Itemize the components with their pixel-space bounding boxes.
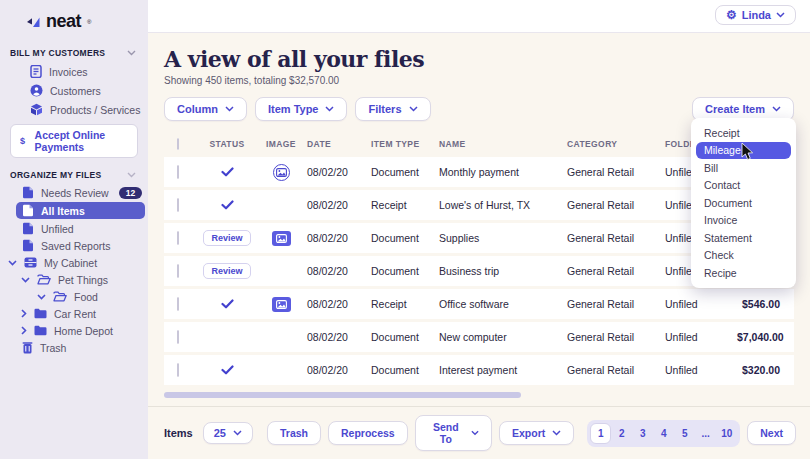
sidebar-item-unfiled[interactable]: Unfiled <box>0 220 148 237</box>
send-to-button[interactable]: Send To <box>415 415 492 451</box>
items-per-page-select[interactable]: 25 <box>203 422 253 444</box>
status-cell <box>199 200 255 210</box>
row-checkbox[interactable] <box>177 363 179 377</box>
section-title: BILL MY CUSTOMERS <box>10 48 105 58</box>
date-cell: 08/02/20 <box>307 199 371 211</box>
sidebar-item-trash[interactable]: Trash <box>0 339 148 356</box>
page-button-10[interactable]: 10 <box>716 423 737 444</box>
page-button-2[interactable]: 2 <box>611 423 632 444</box>
sidebar-item-saved-reports[interactable]: Saved Reports <box>0 237 148 254</box>
chevron-down-icon[interactable] <box>37 294 46 300</box>
chevron-down-icon <box>127 172 136 178</box>
sidebar-item-customers[interactable]: Customers <box>0 81 148 100</box>
dropdown-item-document[interactable]: Document <box>696 194 791 212</box>
trash-button[interactable]: Trash <box>267 421 321 445</box>
row-checkbox[interactable] <box>177 231 179 245</box>
sidebar-item-label: Pet Things <box>58 274 108 286</box>
user-menu-button[interactable]: ⚙ Linda <box>715 5 796 25</box>
row-checkbox[interactable] <box>177 264 179 278</box>
next-page-button[interactable]: Next <box>747 421 796 445</box>
dropdown-item-invoice[interactable]: Invoice <box>696 212 791 230</box>
sidebar-item-pet-things[interactable]: Pet Things <box>0 271 148 288</box>
chevron-down-icon[interactable] <box>21 277 30 283</box>
chevron-down-icon <box>471 430 479 436</box>
filters-button[interactable]: Filters <box>355 97 430 121</box>
table-row[interactable]: 08/02/20DocumentInterest paymentGeneral … <box>164 355 794 385</box>
reprocess-button[interactable]: Reprocess <box>328 421 408 445</box>
page-button-4[interactable]: 4 <box>653 423 674 444</box>
column-header-status[interactable]: STATUS <box>199 139 255 149</box>
pagination: 12345...10 <box>587 420 740 447</box>
sidebar-item-home-depot[interactable]: Home Depot <box>0 322 148 339</box>
neat-logo-icon <box>26 15 41 29</box>
amount-cell: $320.00 <box>737 364 794 376</box>
date-cell: 08/02/20 <box>307 166 371 178</box>
sidebar-item-invoices[interactable]: Invoices <box>0 62 148 81</box>
item-type-button[interactable]: Item Type <box>255 97 348 121</box>
page-button-5[interactable]: 5 <box>674 423 695 444</box>
dropdown-item-receipt[interactable]: Receipt <box>696 124 791 142</box>
create-item-dropdown-menu: ReceiptMileageBillContactDocumentInvoice… <box>691 118 796 288</box>
column-header-name[interactable]: NAME <box>439 139 567 149</box>
sidebar-item-my-cabinet[interactable]: My Cabinet <box>0 254 148 271</box>
button-label: Send To <box>428 421 464 445</box>
table-row[interactable]: 08/02/20ReceiptOffice softwareGeneral Re… <box>164 289 794 319</box>
image-thumbnail-icon[interactable] <box>272 231 291 246</box>
dropdown-item-statement[interactable]: Statement <box>696 229 791 247</box>
row-checkbox[interactable] <box>177 330 179 344</box>
sidebar-item-label: Trash <box>40 342 66 354</box>
image-cell <box>255 231 307 246</box>
dropdown-item-contact[interactable]: Contact <box>696 177 791 195</box>
category-cell: General Retail <box>567 298 665 310</box>
row-checkbox[interactable] <box>177 165 179 179</box>
row-checkbox[interactable] <box>177 198 179 212</box>
column-header-item-type[interactable]: ITEM TYPE <box>371 139 439 149</box>
file-icon <box>22 239 34 252</box>
column-header-category[interactable]: CATEGORY <box>567 139 665 149</box>
image-thumbnail-icon[interactable] <box>272 297 291 312</box>
dollar-icon: $ <box>20 135 28 147</box>
sidebar-item-food[interactable]: Food <box>0 288 148 305</box>
sidebar-item-all-items[interactable]: All Items <box>16 202 145 219</box>
section-organize-my-files[interactable]: ORGANIZE MY FILES <box>0 162 148 184</box>
table-row[interactable]: 08/02/20DocumentNew computerGeneral Reta… <box>164 322 794 352</box>
item-type-cell: Receipt <box>371 199 439 211</box>
sidebar-item-car-rent[interactable]: Car Rent <box>0 305 148 322</box>
chevron-right-icon[interactable] <box>21 309 27 318</box>
page-button-3[interactable]: 3 <box>632 423 653 444</box>
check-icon <box>221 200 234 210</box>
export-button[interactable]: Export <box>499 421 574 445</box>
select-all-checkbox[interactable] <box>177 138 179 150</box>
folder-cell: Unfiled <box>665 364 737 376</box>
image-circle-icon[interactable] <box>273 164 290 181</box>
dropdown-item-recipe[interactable]: Recipe <box>696 264 791 282</box>
column-header-image[interactable]: IMAGE <box>255 139 307 149</box>
row-checkbox[interactable] <box>177 297 179 311</box>
section-bill-my-customers[interactable]: BILL MY CUSTOMERS <box>0 40 148 62</box>
image-cell <box>255 297 307 312</box>
chevron-down-icon[interactable] <box>8 260 17 266</box>
accept-online-payments-button[interactable]: $ Accept Online Payments <box>10 124 138 158</box>
chevron-down-icon <box>225 106 234 112</box>
dropdown-item-check[interactable]: Check <box>696 247 791 265</box>
neat-logo: neat® <box>0 0 148 40</box>
status-cell <box>199 167 255 177</box>
sidebar-item-label: Food <box>74 291 98 303</box>
dropdown-item-mileage[interactable]: Mileage <box>696 142 791 160</box>
sidebar: neat® BILL MY CUSTOMERS Invoices Custome… <box>0 0 148 459</box>
sidebar-item-label: Unfiled <box>41 223 74 235</box>
sidebar-item-products-services[interactable]: Products / Services <box>0 100 148 119</box>
page-button-1[interactable]: 1 <box>590 423 611 444</box>
chevron-down-icon <box>233 430 242 436</box>
sidebar-item-needs-review[interactable]: Needs Review 12 <box>0 184 148 201</box>
app-window: neat® BILL MY CUSTOMERS Invoices Custome… <box>0 0 810 459</box>
chevron-right-icon[interactable] <box>21 326 27 335</box>
column-header-date[interactable]: DATE <box>307 139 371 149</box>
chevron-down-icon <box>127 50 136 56</box>
date-cell: 08/02/20 <box>307 265 371 277</box>
items-summary: Showing 450 items, totaling $32,570.00 <box>164 75 794 86</box>
item-type-cell: Document <box>371 232 439 244</box>
dropdown-item-bill[interactable]: Bill <box>696 159 791 177</box>
horizontal-scrollbar[interactable] <box>164 392 521 398</box>
column-button[interactable]: Column <box>164 97 247 121</box>
